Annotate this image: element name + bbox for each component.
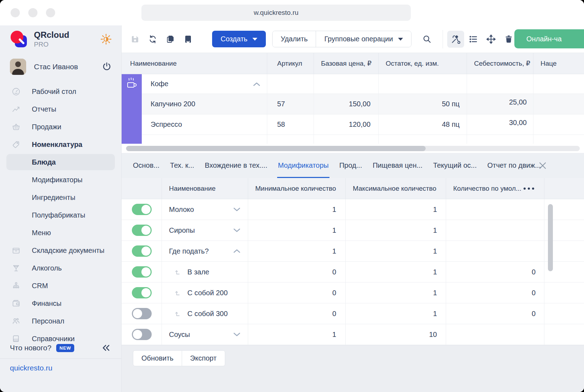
tab-main[interactable]: Основ... bbox=[133, 153, 159, 178]
sidebar-item-warehouse-docs[interactable]: Складские документы bbox=[0, 242, 121, 259]
collapse-group-icon[interactable] bbox=[252, 82, 261, 87]
list-view-icon[interactable] bbox=[465, 31, 482, 48]
tab-tech-card[interactable]: Тех. к... bbox=[170, 153, 194, 178]
default-qty-cell[interactable]: 0 bbox=[446, 262, 544, 282]
maximize-window-button[interactable] bbox=[46, 8, 55, 17]
column-header-article[interactable]: Артикул bbox=[267, 53, 314, 74]
sidebar-item-ingredients[interactable]: Ингредиенты bbox=[0, 189, 121, 206]
sidebar-item-modifiers[interactable]: Модификаторы bbox=[0, 171, 121, 189]
enabled-toggle[interactable] bbox=[132, 266, 152, 278]
close-window-button[interactable] bbox=[11, 8, 20, 17]
collapse-row-icon[interactable] bbox=[233, 249, 241, 254]
minimize-window-button[interactable] bbox=[28, 8, 37, 17]
max-qty-cell[interactable]: 1 bbox=[346, 262, 446, 282]
default-qty-cell[interactable]: 0 bbox=[446, 283, 544, 303]
address-bar[interactable]: w.quickresto.ru bbox=[141, 5, 411, 21]
modifier-row-takeaway-200[interactable]: С собой 200 0 1 0 bbox=[122, 283, 584, 303]
modifier-row-sauces[interactable]: Соусы 1 10 bbox=[122, 324, 584, 345]
min-qty-cell[interactable]: 0 bbox=[248, 262, 346, 282]
user-row[interactable]: Стас Иванов bbox=[0, 53, 121, 77]
min-qty-cell[interactable]: 0 bbox=[248, 303, 346, 324]
export-button[interactable]: Экспорт bbox=[182, 350, 225, 366]
refresh-button[interactable]: Обновить bbox=[133, 350, 182, 366]
column-header-base-price[interactable]: Базовая цена, ₽ bbox=[314, 53, 379, 74]
expand-row-icon[interactable] bbox=[233, 332, 241, 337]
default-qty-cell[interactable] bbox=[446, 241, 544, 261]
enabled-toggle[interactable] bbox=[132, 329, 152, 340]
enabled-toggle[interactable] bbox=[132, 245, 152, 257]
column-header-max-qty[interactable]: Максимальное количество bbox=[346, 178, 446, 199]
search-icon[interactable] bbox=[419, 31, 435, 47]
default-qty-cell[interactable]: 0 bbox=[446, 303, 544, 324]
column-menu-dots-icon[interactable] bbox=[523, 187, 535, 190]
close-panel-icon[interactable] bbox=[538, 161, 547, 170]
copy-icon[interactable] bbox=[163, 31, 178, 47]
vertical-scrollbar-thumb[interactable] bbox=[548, 204, 553, 271]
sidebar-item-staff[interactable]: Персонал bbox=[0, 312, 121, 330]
max-qty-cell[interactable]: 10 bbox=[346, 324, 446, 345]
table-row-espresso[interactable]: Эспрессо 58 120,00 48 пц 30,00 bbox=[122, 114, 584, 135]
tools-settings-icon[interactable] bbox=[447, 31, 464, 48]
sidebar-item-sales[interactable]: Продажи bbox=[0, 118, 121, 136]
sidebar-item-finance[interactable]: Финансы bbox=[0, 295, 121, 312]
column-header-markup[interactable]: Наце bbox=[533, 53, 584, 74]
create-button[interactable]: Создать bbox=[212, 31, 266, 47]
sidebar-item-semifinished[interactable]: Полуфабрикаты bbox=[0, 206, 121, 224]
sidebar-item-crm[interactable]: CRM bbox=[0, 277, 121, 295]
sidebar-item-dishes[interactable]: Блюда bbox=[6, 154, 115, 170]
collapse-sidebar-icon[interactable] bbox=[101, 344, 111, 352]
tab-tech-inclusion[interactable]: Вхождение в тех.... bbox=[205, 153, 267, 178]
max-qty-cell[interactable]: 1 bbox=[346, 303, 446, 324]
table-row-cappuccino[interactable]: Капучино 200 57 150,00 50 пц 25,00 bbox=[122, 94, 584, 114]
column-header-modifier-name[interactable]: Наименование bbox=[162, 178, 248, 199]
column-header-default-qty[interactable]: Количество по умол... bbox=[446, 178, 544, 199]
modifier-row-where-to-serve[interactable]: Где подать? 1 1 bbox=[122, 241, 584, 262]
max-qty-cell[interactable]: 1 bbox=[346, 199, 446, 220]
logout-power-icon[interactable] bbox=[101, 61, 112, 72]
min-qty-cell[interactable]: 0 bbox=[248, 283, 346, 303]
quickresto-site-link[interactable]: quickresto.ru bbox=[0, 359, 121, 372]
delete-button[interactable]: Удалить bbox=[273, 31, 316, 47]
enabled-toggle[interactable] bbox=[132, 287, 152, 298]
refresh-icon[interactable] bbox=[145, 31, 160, 47]
export-tray-icon[interactable] bbox=[180, 31, 196, 47]
min-qty-cell[interactable]: 1 bbox=[248, 220, 346, 240]
modifier-row-takeaway-300[interactable]: С собой 300 0 1 0 bbox=[122, 303, 584, 324]
min-qty-cell[interactable]: 1 bbox=[248, 199, 346, 220]
column-header-min-qty[interactable]: Минимальное количество bbox=[248, 178, 346, 199]
move-icon[interactable] bbox=[483, 31, 500, 48]
expand-row-icon[interactable] bbox=[233, 228, 241, 233]
enabled-toggle[interactable] bbox=[132, 225, 152, 236]
column-header-stock[interactable]: Остаток, ед. изм. bbox=[379, 53, 467, 74]
scrollbar-track[interactable] bbox=[126, 146, 580, 151]
save-icon[interactable] bbox=[127, 31, 143, 47]
sidebar-item-alcohol[interactable]: Алкоголь bbox=[0, 259, 121, 277]
modifier-row-in-hall[interactable]: В зале 0 1 0 bbox=[122, 262, 584, 283]
expand-row-icon[interactable] bbox=[233, 207, 241, 212]
whats-new-link[interactable]: Что нового? bbox=[10, 344, 51, 352]
min-qty-cell[interactable]: 1 bbox=[248, 241, 346, 261]
tab-sales[interactable]: Прод... bbox=[339, 153, 362, 178]
tab-nutrition[interactable]: Пищевая цен... bbox=[373, 153, 422, 178]
theme-brightness-icon[interactable] bbox=[100, 33, 112, 45]
scrollbar-thumb[interactable] bbox=[126, 146, 426, 151]
sidebar-item-nomenclature[interactable]: Номенклатура bbox=[0, 136, 121, 153]
group-row-coffee[interactable]: Кофе bbox=[122, 74, 584, 94]
enabled-toggle[interactable] bbox=[132, 308, 152, 319]
max-qty-cell[interactable]: 1 bbox=[346, 241, 446, 261]
tab-current-stock[interactable]: Текущий ос... bbox=[433, 153, 477, 178]
min-qty-cell[interactable]: 1 bbox=[248, 324, 346, 345]
column-header-cost[interactable]: Себестоимость, ₽ bbox=[467, 53, 533, 74]
sidebar-item-reports[interactable]: Отчеты bbox=[0, 100, 121, 118]
sidebar-item-menu[interactable]: Меню bbox=[0, 224, 121, 242]
column-header-name[interactable]: Наименование bbox=[122, 53, 267, 74]
sidebar-item-dashboard[interactable]: Рабочий стол bbox=[0, 83, 121, 100]
modifier-row-milk[interactable]: Молоко 1 1 bbox=[122, 199, 584, 220]
tab-movement-report[interactable]: Отчет по движ... bbox=[487, 153, 541, 178]
enabled-toggle[interactable] bbox=[132, 204, 152, 215]
max-qty-cell[interactable]: 1 bbox=[346, 283, 446, 303]
default-qty-cell[interactable] bbox=[446, 220, 544, 240]
default-qty-cell[interactable] bbox=[446, 199, 544, 220]
default-qty-cell[interactable] bbox=[446, 324, 544, 345]
tab-modifiers[interactable]: Модификаторы bbox=[278, 153, 328, 178]
